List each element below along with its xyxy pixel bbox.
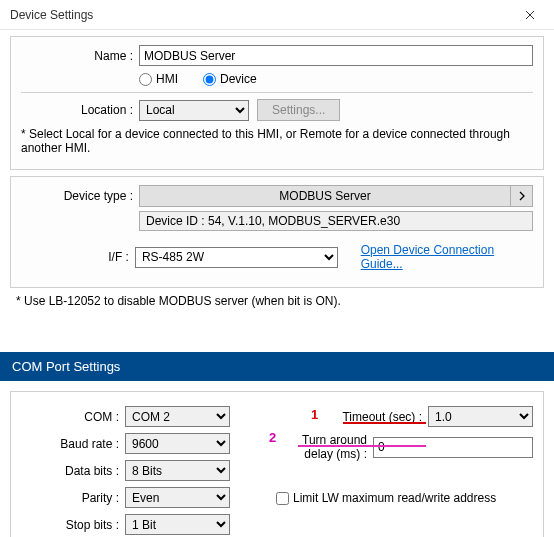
annotation-2: 2	[269, 430, 276, 445]
radio-hmi-input[interactable]	[139, 73, 152, 86]
parity-select[interactable]: Even	[125, 487, 230, 508]
limit-lw-label: Limit LW maximum read/write address	[293, 491, 496, 505]
timeout-select[interactable]: 1.0	[428, 406, 533, 427]
location-select[interactable]: Local	[139, 100, 249, 121]
chevron-right-icon	[519, 191, 525, 201]
com-right-column: 1 2 Timeout (sec) : 1.0 Turn around dela…	[271, 406, 533, 537]
annotation-1-underline	[343, 422, 426, 424]
device-type-arrow[interactable]	[511, 185, 533, 207]
name-label: Name :	[21, 49, 139, 63]
turnaround-label: Turn around delay (ms) :	[271, 433, 373, 461]
device-id-display: Device ID : 54, V.1.10, MODBUS_SERVER.e3…	[139, 211, 533, 231]
device-type-button[interactable]: MODBUS Server	[139, 185, 511, 207]
location-label: Location :	[21, 103, 139, 117]
if-select[interactable]: RS-485 2W	[135, 247, 338, 268]
general-panel: Name : HMI Device Location : Local Setti…	[10, 36, 544, 170]
titlebar: Device Settings	[0, 0, 554, 30]
radio-device-input[interactable]	[203, 73, 216, 86]
databits-select[interactable]: 8 Bits	[125, 460, 230, 481]
close-icon	[525, 10, 535, 20]
radio-hmi[interactable]: HMI	[139, 72, 178, 86]
device-type-label: Device type :	[21, 189, 139, 203]
settings-button: Settings...	[257, 99, 340, 121]
guide-link[interactable]: Open Device Connection Guide...	[361, 243, 533, 271]
device-panel: Device type : MODBUS Server Device ID : …	[10, 176, 544, 288]
close-button[interactable]	[510, 1, 550, 29]
radio-hmi-label: HMI	[156, 72, 178, 86]
radio-device[interactable]: Device	[203, 72, 257, 86]
com-select[interactable]: COM 2	[125, 406, 230, 427]
name-input[interactable]	[139, 45, 533, 66]
com-label: COM :	[21, 410, 125, 424]
parity-label: Parity :	[21, 491, 125, 505]
baud-select[interactable]: 9600	[125, 433, 230, 454]
annotation-2-underline	[298, 445, 426, 447]
baud-label: Baud rate :	[21, 437, 125, 451]
com-left-column: COM : COM 2 Baud rate : 9600 Data bits :…	[21, 406, 251, 537]
databits-label: Data bits :	[21, 464, 125, 478]
if-label: I/F :	[21, 250, 135, 264]
window-title: Device Settings	[10, 8, 93, 22]
lb-note: * Use LB-12052 to disable MODBUS server …	[16, 294, 544, 308]
location-note: * Select Local for a device connected to…	[21, 127, 533, 155]
radio-device-label: Device	[220, 72, 257, 86]
limit-lw-checkbox[interactable]	[276, 492, 289, 505]
com-port-header: COM Port Settings	[0, 352, 554, 381]
stopbits-select[interactable]: 1 Bit	[125, 514, 230, 535]
turnaround-input[interactable]	[373, 437, 533, 458]
stopbits-label: Stop bits :	[21, 518, 125, 532]
annotation-1: 1	[311, 407, 318, 422]
type-radio-group: HMI Device	[139, 72, 533, 86]
com-port-panel: COM : COM 2 Baud rate : 9600 Data bits :…	[10, 391, 544, 537]
